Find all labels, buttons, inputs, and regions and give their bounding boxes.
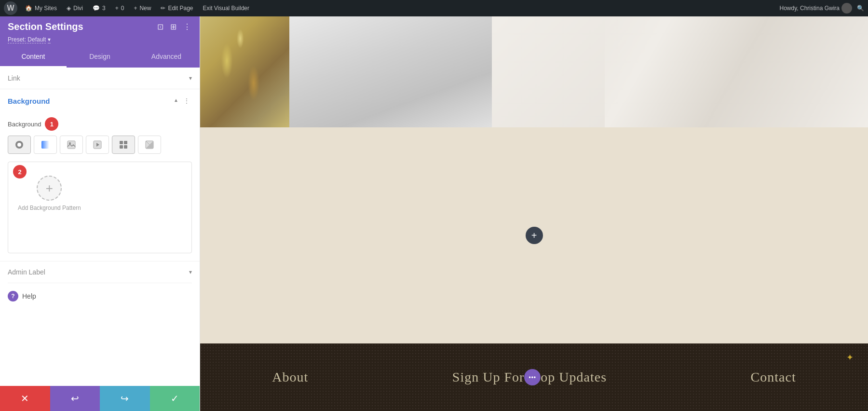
background-pattern-area: 2 + Add Background Pattern bbox=[8, 162, 192, 253]
bg-type-image-button[interactable] bbox=[60, 136, 83, 154]
comment-icon: 💬 bbox=[93, 5, 100, 12]
admin-label-section-header[interactable]: Admin Label ▾ bbox=[8, 261, 192, 283]
footer-star-icon: ✦ bbox=[846, 352, 854, 363]
svg-rect-8 bbox=[124, 141, 127, 144]
panel-tabs: Content Design Advanced bbox=[0, 47, 200, 68]
tab-content[interactable]: Content bbox=[0, 47, 67, 68]
chain-photo bbox=[200, 16, 289, 127]
background-more-button[interactable]: ⋮ bbox=[181, 96, 192, 106]
panel-more-icon[interactable]: ⋮ bbox=[182, 21, 192, 32]
footer-link-about[interactable]: About bbox=[272, 370, 308, 385]
tab-advanced[interactable]: Advanced bbox=[133, 47, 200, 68]
link-section-label: Link bbox=[8, 74, 20, 82]
canvas-area: + ✦ About Sign Up For ••• op Updates Con… bbox=[200, 16, 868, 411]
add-background-pattern[interactable]: 2 + Add Background Pattern bbox=[18, 172, 81, 211]
admin-label-chevron-icon: ▾ bbox=[189, 269, 192, 275]
admin-bar-my-sites[interactable]: 🏠 My Sites bbox=[21, 0, 61, 16]
panel-split-icon[interactable]: ⊞ bbox=[169, 21, 177, 32]
step-badge-1: 1 bbox=[45, 117, 58, 131]
step-badge-2: 2 bbox=[13, 165, 27, 178]
bg-type-video-button[interactable] bbox=[86, 136, 109, 154]
add-pattern-button[interactable]: + bbox=[37, 176, 62, 201]
panel-header-icons: ⊡ ⊞ ⋮ bbox=[156, 21, 192, 32]
link-section-group: Link ▾ bbox=[0, 68, 200, 89]
canvas-stone-image bbox=[289, 16, 492, 127]
admin-bar-user[interactable]: Howdy, Christina Gwira 🔍 bbox=[780, 3, 864, 14]
bottom-action-bar: ✕ ↩ ↪ ✓ bbox=[0, 386, 200, 411]
link-section-header[interactable]: Link ▾ bbox=[8, 68, 192, 89]
tab-design[interactable]: Design bbox=[67, 47, 133, 68]
admin-bar: W 🏠 My Sites ◈ Divi 💬 3 + 0 + New ✏ Edit… bbox=[0, 0, 868, 16]
divi-icon: ◈ bbox=[67, 5, 71, 12]
admin-bar-new[interactable]: + New bbox=[130, 0, 155, 16]
help-icon: ? bbox=[8, 291, 18, 301]
admin-bar-exit-vb[interactable]: Exit Visual Builder bbox=[199, 0, 253, 16]
bg-type-mask-button[interactable] bbox=[138, 136, 161, 154]
admin-bar-divi[interactable]: ◈ Divi bbox=[63, 0, 87, 16]
background-section-header[interactable]: Background ▾ ⋮ bbox=[8, 89, 192, 112]
background-chevron-icon: ▾ bbox=[175, 97, 177, 104]
canvas-top-section bbox=[200, 16, 868, 127]
footer-center-link: Sign Up For ••• op Updates bbox=[452, 369, 607, 385]
svg-rect-2 bbox=[41, 141, 49, 149]
user-avatar bbox=[841, 3, 852, 14]
home-icon: 🏠 bbox=[25, 5, 32, 12]
background-type-row bbox=[8, 134, 192, 160]
footer-dots-button[interactable]: ••• bbox=[524, 369, 541, 385]
canvas-right-bg bbox=[605, 16, 868, 127]
help-label: Help bbox=[22, 292, 36, 300]
wp-logo-icon[interactable]: W bbox=[4, 1, 17, 15]
canvas-right-image bbox=[492, 16, 868, 127]
bg-type-gradient-button[interactable] bbox=[34, 136, 57, 154]
canvas-footer: ✦ About Sign Up For ••• op Updates Conta… bbox=[200, 343, 868, 411]
section-settings-panel: Section Settings ⊡ ⊞ ⋮ Preset: Default ▾… bbox=[0, 16, 200, 411]
svg-rect-7 bbox=[120, 141, 123, 144]
svg-point-1 bbox=[17, 143, 21, 147]
panel-header: Section Settings ⊡ ⊞ ⋮ Preset: Default ▾ bbox=[0, 16, 200, 47]
panel-content: Link ▾ Background ▾ ⋮ bbox=[0, 68, 200, 386]
save-button[interactable]: ✓ bbox=[150, 386, 200, 411]
svg-rect-10 bbox=[124, 145, 127, 149]
redo-button[interactable]: ↪ bbox=[100, 386, 150, 411]
background-section-label: Background bbox=[8, 97, 50, 105]
footer-link-signup-right: op Updates bbox=[541, 370, 607, 385]
add-content-button[interactable]: + bbox=[526, 227, 543, 244]
admin-bar-comments[interactable]: 💬 3 bbox=[89, 0, 109, 16]
admin-label-section: Admin Label ▾ bbox=[0, 261, 200, 283]
new-icon: + bbox=[134, 5, 137, 12]
help-row[interactable]: ? Help bbox=[0, 283, 200, 309]
edit-icon: ✏ bbox=[161, 5, 165, 12]
canvas-middle-section: + bbox=[200, 127, 868, 343]
canvas-chain-image bbox=[200, 16, 289, 127]
background-row-label: Background 1 bbox=[8, 112, 192, 134]
undo-button[interactable]: ↩ bbox=[50, 386, 100, 411]
svg-rect-3 bbox=[68, 141, 75, 149]
footer-link-contact[interactable]: Contact bbox=[751, 370, 796, 385]
add-pattern-label: Add Background Pattern bbox=[18, 205, 81, 211]
bg-type-color-button[interactable] bbox=[8, 136, 31, 154]
admin-bar-edit-page[interactable]: ✏ Edit Page bbox=[157, 0, 197, 16]
panel-title: Section Settings bbox=[8, 21, 83, 32]
plus-icon: + bbox=[115, 5, 119, 12]
admin-label-section-label: Admin Label bbox=[8, 268, 45, 276]
svg-rect-9 bbox=[120, 145, 123, 149]
link-chevron-icon: ▾ bbox=[189, 75, 192, 82]
cancel-button[interactable]: ✕ bbox=[0, 386, 50, 411]
panel-popup-icon[interactable]: ⊡ bbox=[156, 21, 164, 32]
preset-dropdown[interactable]: Preset: Default ▾ bbox=[8, 36, 192, 47]
admin-bar-new-comment[interactable]: + 0 bbox=[111, 0, 128, 16]
footer-link-signup-left: Sign Up For bbox=[452, 370, 524, 385]
bg-type-pattern-button[interactable] bbox=[112, 136, 135, 154]
search-icon[interactable]: 🔍 bbox=[857, 5, 864, 12]
background-section-group: Background ▾ ⋮ Background 1 bbox=[0, 89, 200, 261]
